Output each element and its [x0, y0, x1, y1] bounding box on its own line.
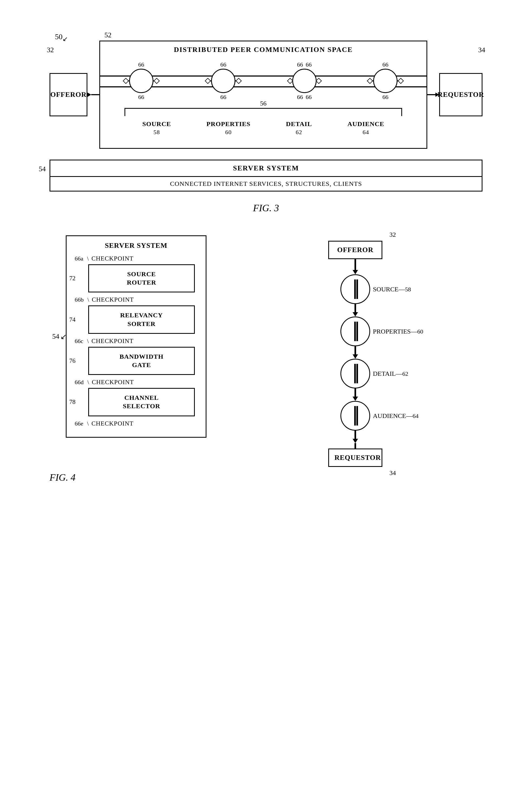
label-66-2-top: 66: [220, 61, 226, 68]
label-66-3-top1: 66: [297, 61, 303, 68]
label-56: 56: [260, 100, 267, 107]
diamond-1a: [123, 78, 129, 84]
pipeline-offeror-label: OFFEROR: [337, 246, 374, 254]
label-72: 72: [69, 275, 76, 282]
node-audience-line2: [356, 406, 358, 426]
line-right-inner: [427, 94, 436, 95]
arrow-66c: \: [87, 338, 89, 345]
diamond-3b: [316, 78, 322, 84]
pipeline-side: 32 OFFEROR SOURCE: [228, 235, 483, 467]
label-66-3-top2: 66: [306, 61, 312, 68]
server-system-title: SERVER SYSTEM: [75, 242, 198, 250]
node-circle-2: [211, 69, 235, 93]
label-74: 74: [69, 316, 76, 323]
node-detail-line2: [356, 364, 358, 384]
pipeline-offeror-wrapper: 32 OFFEROR: [328, 241, 382, 259]
node-props-line1: [354, 322, 356, 341]
pipe-seg-2: [354, 304, 356, 312]
checkpoint-label-66a: CHECKPOINT: [91, 255, 134, 262]
label-66a: 66a: [75, 255, 83, 262]
server-subtitle-fig3: CONNECTED INTERNET SERVICES, STRUCTURES,…: [50, 177, 482, 191]
pipeline-node-properties-wrapper: PROPERTIES—60: [340, 317, 370, 346]
pipeline-requestor-box: REQUESTOR: [328, 448, 382, 467]
label-32: 32: [47, 46, 54, 54]
pipe-seg-1: [354, 259, 356, 270]
fig3-caption: FIG. 3: [253, 202, 279, 214]
pipeline-label-34: 34: [390, 469, 396, 477]
arrow-66d: \: [87, 379, 89, 386]
line-left-inner: [91, 94, 99, 95]
checkpoint-label-66e: CHECKPOINT: [91, 420, 134, 427]
arrow-66a: \: [87, 255, 89, 262]
channel-selector-wrapper: 78 CHANNELSELECTOR: [80, 388, 198, 416]
arrow-left-connector: [87, 93, 91, 97]
section-source: SOURCE 58: [142, 120, 171, 136]
relevancy-sorter-label: RELEVANCYSORTER: [120, 312, 163, 327]
node-source-line1: [354, 279, 356, 299]
section-audience-label: AUDIENCE: [347, 120, 384, 128]
label-66d: 66d: [75, 379, 83, 386]
label-50: 50: [55, 32, 62, 41]
section-properties: PROPERTIES 60: [207, 120, 250, 136]
pipe-seg-6: [354, 443, 356, 448]
node-group-1: 66 66: [124, 61, 159, 101]
pipe-seg-4: [354, 388, 356, 397]
diamond-4b: [398, 78, 404, 84]
node-circle-3: [292, 69, 317, 93]
diamond-4a: [367, 78, 373, 84]
arrow-66e: \: [87, 420, 89, 427]
label-66-1-bot: 66: [138, 94, 144, 101]
dpcs-box: 52 DISTRIBUTED PEER COMMUNICATION SPACE …: [99, 41, 427, 149]
checkpoint-row-66a: 66a \ CHECKPOINT: [75, 255, 198, 262]
channel-selector-label: CHANNELSELECTOR: [123, 394, 160, 410]
brace-left: [124, 108, 125, 116]
pipe-seg-5: [354, 431, 356, 439]
label-66-3-bot2: 66: [306, 94, 312, 101]
section-source-num: 58: [153, 129, 160, 136]
server-system-box: SERVER SYSTEM 66a \ CHECKPOINT 72 SOURCE…: [66, 235, 207, 438]
pipeline-node-audience: [340, 401, 370, 431]
node-source-label: SOURCE—58: [373, 286, 411, 293]
checkpoint-row-66e: 66e \ CHECKPOINT: [75, 420, 198, 427]
pipe-arrow-3: [353, 354, 358, 359]
source-router-box: SOURCEROUTER: [88, 264, 195, 292]
node-group-4: 66 66: [368, 61, 403, 101]
offeror-label: OFFEROR: [50, 91, 87, 99]
pipe-arrow-2: [353, 312, 358, 317]
nodes-row: 66 66 66: [100, 61, 426, 101]
label-66e: 66e: [75, 420, 83, 427]
brace-top: [124, 108, 402, 109]
label-78: 78: [69, 398, 76, 406]
node-detail-label: DETAIL—62: [373, 370, 408, 377]
channel-selector-box: CHANNELSELECTOR: [88, 388, 195, 416]
label-52: 52: [104, 31, 111, 39]
pipeline-offeror-box: OFFEROR: [328, 241, 382, 259]
fig4-server-wrapper: 54 ↙ SERVER SYSTEM 66a \ CHECKPOINT 72 S: [66, 235, 207, 438]
relevancy-sorter-box: RELEVANCYSORTER: [88, 305, 195, 334]
page: 50 ↙ 32 OFFEROR 52 DISTRIBUTED PEER COMM…: [0, 0, 532, 811]
section-properties-label: PROPERTIES: [207, 120, 250, 128]
requestor-box: REQUESTOR: [439, 73, 483, 116]
checkpoint-label-66b: CHECKPOINT: [92, 296, 134, 303]
node-props-line2: [356, 322, 358, 341]
label-66-4-bot: 66: [382, 94, 388, 101]
fig4-main: 54 ↙ SERVER SYSTEM 66a \ CHECKPOINT 72 S: [66, 235, 483, 467]
checkpoint-row-66c: 66c \ CHECKPOINT: [75, 338, 198, 345]
node-audience-label: AUDIENCE—64: [373, 412, 419, 419]
sections-labels: SOURCE 58 PROPERTIES 60 DETAIL 62 AUDI: [124, 119, 402, 136]
node-audience-line1: [354, 406, 356, 426]
checkpoint-label-66d: CHECKPOINT: [92, 379, 134, 386]
label-66c: 66c: [75, 338, 83, 345]
section-source-label: SOURCE: [142, 120, 171, 128]
checkpoint-row-66d: 66d \ CHECKPOINT: [75, 379, 198, 386]
pipe-arrow-1: [353, 270, 358, 274]
offeror-box: OFFEROR: [49, 73, 87, 116]
diamond-2b: [236, 78, 242, 84]
fig3-diagram: 50 ↙ 32 OFFEROR 52 DISTRIBUTED PEER COMM…: [49, 27, 483, 192]
pipeline-label-32: 32: [390, 231, 396, 238]
right-connector: [427, 93, 439, 97]
fig4-caption: FIG. 4: [49, 472, 76, 483]
server-box-fig3: SERVER SYSTEM CONNECTED INTERNET SERVICE…: [49, 159, 483, 192]
node-source-line2: [356, 279, 358, 299]
requestor-wrapper: 34 REQUESTOR: [439, 73, 483, 116]
